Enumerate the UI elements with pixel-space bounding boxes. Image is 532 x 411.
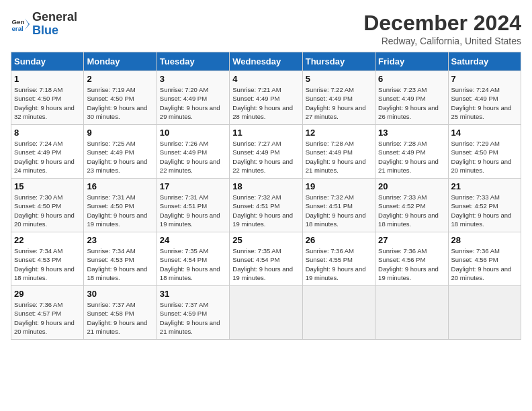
day-info: Sunrise: 7:37 AMSunset: 4:58 PMDaylight:… [87,301,147,335]
day-info: Sunrise: 7:37 AMSunset: 4:59 PMDaylight:… [160,301,220,335]
table-row: 31Sunrise: 7:37 AMSunset: 4:59 PMDayligh… [157,286,229,340]
table-row: 1Sunrise: 7:18 AMSunset: 4:50 PMDaylight… [11,71,84,125]
table-row: 18Sunrise: 7:32 AMSunset: 4:51 PMDayligh… [230,179,302,232]
day-number: 11 [232,128,299,138]
day-number: 30 [87,289,153,299]
table-row: 27Sunrise: 7:36 AMSunset: 4:56 PMDayligh… [375,232,448,286]
day-info: Sunrise: 7:33 AMSunset: 4:52 PMDaylight:… [451,193,512,228]
day-number: 21 [451,181,518,191]
table-row: 22Sunrise: 7:34 AMSunset: 4:53 PMDayligh… [11,232,84,286]
day-number: 20 [378,181,445,191]
header-friday: Friday [375,52,448,71]
day-info: Sunrise: 7:24 AMSunset: 4:49 PMDaylight:… [14,140,75,174]
day-info: Sunrise: 7:28 AMSunset: 4:49 PMDaylight:… [378,140,439,174]
day-number: 15 [14,181,81,191]
calendar-title: December 2024 [363,11,521,36]
table-row: 14Sunrise: 7:29 AMSunset: 4:50 PMDayligh… [448,125,521,179]
day-number: 14 [451,128,518,138]
table-row: 24Sunrise: 7:35 AMSunset: 4:54 PMDayligh… [157,232,229,286]
calendar-week-4: 22Sunrise: 7:34 AMSunset: 4:53 PMDayligh… [11,232,521,286]
day-info: Sunrise: 7:22 AMSunset: 4:49 PMDaylight:… [306,86,366,120]
table-row: 19Sunrise: 7:32 AMSunset: 4:51 PMDayligh… [302,179,375,232]
header-sunday: Sunday [11,52,84,71]
table-row [230,286,302,340]
day-number: 2 [87,74,153,84]
table-row: 21Sunrise: 7:33 AMSunset: 4:52 PMDayligh… [448,179,521,232]
day-info: Sunrise: 7:27 AMSunset: 4:49 PMDaylight:… [232,140,293,174]
logo: Gen eral GeneralBlue [11,11,77,38]
calendar-week-5: 29Sunrise: 7:36 AMSunset: 4:57 PMDayligh… [11,286,521,340]
header-saturday: Saturday [448,52,521,71]
day-number: 28 [451,235,518,245]
table-row: 30Sunrise: 7:37 AMSunset: 4:58 PMDayligh… [84,286,157,340]
table-row: 25Sunrise: 7:35 AMSunset: 4:54 PMDayligh… [230,232,302,286]
header: Gen eral GeneralBlue December 2024 Redwa… [11,11,521,46]
table-row: 2Sunrise: 7:19 AMSunset: 4:50 PMDaylight… [84,71,157,125]
day-info: Sunrise: 7:36 AMSunset: 4:56 PMDaylight:… [378,247,439,281]
day-number: 29 [14,289,81,299]
table-row: 4Sunrise: 7:21 AMSunset: 4:49 PMDaylight… [230,71,302,125]
table-row: 3Sunrise: 7:20 AMSunset: 4:49 PMDaylight… [157,71,229,125]
day-info: Sunrise: 7:26 AMSunset: 4:49 PMDaylight:… [160,140,220,174]
calendar-body: 1Sunrise: 7:18 AMSunset: 4:50 PMDaylight… [11,71,521,340]
day-number: 3 [160,74,226,84]
table-row: 26Sunrise: 7:36 AMSunset: 4:55 PMDayligh… [302,232,375,286]
calendar-header: Sunday Monday Tuesday Wednesday Thursday… [11,52,521,71]
table-row: 11Sunrise: 7:27 AMSunset: 4:49 PMDayligh… [230,125,302,179]
day-info: Sunrise: 7:36 AMSunset: 4:57 PMDaylight:… [14,301,75,335]
day-number: 26 [306,235,372,245]
day-info: Sunrise: 7:30 AMSunset: 4:50 PMDaylight:… [14,193,75,228]
day-number: 5 [306,74,372,84]
day-info: Sunrise: 7:23 AMSunset: 4:49 PMDaylight:… [378,86,439,120]
day-info: Sunrise: 7:20 AMSunset: 4:49 PMDaylight:… [160,86,220,120]
day-number: 4 [232,74,299,84]
table-row: 20Sunrise: 7:33 AMSunset: 4:52 PMDayligh… [375,179,448,232]
table-row: 16Sunrise: 7:31 AMSunset: 4:50 PMDayligh… [84,179,157,232]
title-section: December 2024 Redway, California, United… [363,11,521,46]
table-row [302,286,375,340]
day-info: Sunrise: 7:19 AMSunset: 4:50 PMDaylight:… [87,86,147,120]
table-row: 12Sunrise: 7:28 AMSunset: 4:49 PMDayligh… [302,125,375,179]
table-row: 8Sunrise: 7:24 AMSunset: 4:49 PMDaylight… [11,125,84,179]
day-info: Sunrise: 7:35 AMSunset: 4:54 PMDaylight:… [232,247,293,281]
day-info: Sunrise: 7:36 AMSunset: 4:55 PMDaylight:… [306,247,366,281]
day-number: 1 [14,74,81,84]
day-info: Sunrise: 7:33 AMSunset: 4:52 PMDaylight:… [378,193,439,228]
day-number: 17 [160,181,226,191]
logo-icon: Gen eral [11,15,30,34]
calendar-subtitle: Redway, California, United States [363,36,521,46]
table-row: 9Sunrise: 7:25 AMSunset: 4:49 PMDaylight… [84,125,157,179]
calendar-week-1: 1Sunrise: 7:18 AMSunset: 4:50 PMDaylight… [11,71,521,125]
day-number: 23 [87,235,153,245]
day-number: 16 [87,181,153,191]
day-info: Sunrise: 7:34 AMSunset: 4:53 PMDaylight:… [87,247,147,281]
day-number: 7 [451,74,518,84]
day-info: Sunrise: 7:25 AMSunset: 4:49 PMDaylight:… [87,140,147,174]
day-info: Sunrise: 7:32 AMSunset: 4:51 PMDaylight:… [306,193,366,228]
logo-text: GeneralBlue [32,11,77,38]
calendar-table: Sunday Monday Tuesday Wednesday Thursday… [11,52,521,340]
svg-text:eral: eral [11,25,24,32]
header-monday: Monday [84,52,157,71]
day-number: 8 [14,128,81,138]
day-info: Sunrise: 7:18 AMSunset: 4:50 PMDaylight:… [14,86,75,120]
day-number: 13 [378,128,445,138]
header-wednesday: Wednesday [230,52,302,71]
day-number: 25 [232,235,299,245]
day-info: Sunrise: 7:29 AMSunset: 4:50 PMDaylight:… [451,140,512,174]
day-number: 18 [232,181,299,191]
day-number: 12 [306,128,372,138]
day-number: 6 [378,74,445,84]
day-info: Sunrise: 7:34 AMSunset: 4:53 PMDaylight:… [14,247,75,281]
header-row: Sunday Monday Tuesday Wednesday Thursday… [11,52,521,71]
table-row [448,286,521,340]
table-row: 29Sunrise: 7:36 AMSunset: 4:57 PMDayligh… [11,286,84,340]
day-info: Sunrise: 7:24 AMSunset: 4:49 PMDaylight:… [451,86,512,120]
table-row: 28Sunrise: 7:36 AMSunset: 4:56 PMDayligh… [448,232,521,286]
table-row: 17Sunrise: 7:31 AMSunset: 4:51 PMDayligh… [157,179,229,232]
day-number: 31 [160,289,226,299]
table-row: 23Sunrise: 7:34 AMSunset: 4:53 PMDayligh… [84,232,157,286]
day-info: Sunrise: 7:32 AMSunset: 4:51 PMDaylight:… [232,193,293,228]
day-info: Sunrise: 7:36 AMSunset: 4:56 PMDaylight:… [451,247,512,281]
svg-marker-2 [25,18,30,30]
